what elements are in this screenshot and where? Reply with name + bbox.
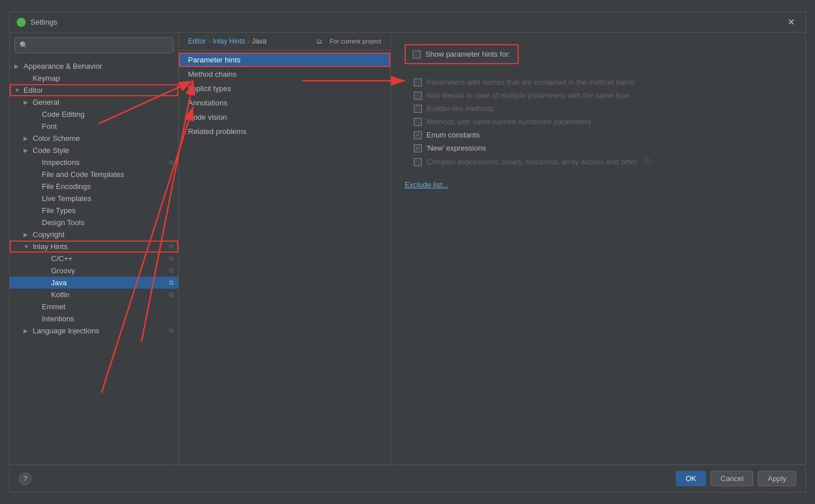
arrow-icon: ▼ xyxy=(14,87,22,93)
option-enum-constants: Enum constants xyxy=(405,128,792,141)
sidebar-item-live-templates[interactable]: Live Templates xyxy=(10,192,178,204)
arrow-icon: ▶ xyxy=(23,135,32,141)
right-panel: Show parameter hints for: Parameters wit… xyxy=(391,33,805,464)
sidebar-item-label: Color Scheme xyxy=(33,134,174,143)
sidebar-item-color-scheme[interactable]: ▶ Color Scheme xyxy=(10,132,178,144)
option-checkbox[interactable] xyxy=(414,131,422,139)
sidebar-item-label: Inlay Hints xyxy=(33,242,167,251)
copy-icon[interactable]: ⧉ xyxy=(169,291,174,298)
option-checkbox[interactable] xyxy=(414,78,422,86)
breadcrumb-editor[interactable]: Editor xyxy=(188,37,206,45)
search-input[interactable] xyxy=(32,41,169,49)
bottom-bar: ? OK Cancel Apply xyxy=(10,464,805,492)
sidebar-item-language-injections[interactable]: ▶ Language Injections ⧉ xyxy=(10,325,178,337)
copy-icon[interactable]: ⧉ xyxy=(169,255,174,262)
option-label: Methods with same-named numbered paramet… xyxy=(426,117,591,126)
sidebar-item-cpp[interactable]: C/C++ ⧉ xyxy=(10,253,178,265)
help-button[interactable]: ? xyxy=(19,472,32,485)
sidebar-item-editor[interactable]: ▼ Editor xyxy=(10,84,178,96)
sidebar-item-label: Font xyxy=(42,122,174,131)
option-checkbox[interactable] xyxy=(414,118,422,126)
sidebar-item-file-encodings[interactable]: File Encodings xyxy=(10,180,178,192)
exclude-list-link[interactable]: Exclude list... xyxy=(405,180,449,189)
sidebar-item-intentions[interactable]: Intentions xyxy=(10,313,178,325)
settings-dialog: Settings ✕ 🔍 ▶ Appearance & Behavior Key… xyxy=(9,11,806,493)
arrow-icon: ▼ xyxy=(23,243,32,250)
sidebar-item-file-templates[interactable]: File and Code Templates xyxy=(10,168,178,180)
sidebar-item-inspections[interactable]: Inspections ⧉ xyxy=(10,156,178,168)
breadcrumb: Editor › Inlay Hints › Java 🗂 For curren… xyxy=(179,33,390,50)
apply-button[interactable]: Apply xyxy=(758,471,796,486)
option-non-literals: Non-literals in case of multiple paramet… xyxy=(405,89,792,102)
sidebar-item-label: Keymap xyxy=(33,74,174,82)
sidebar-item-kotlin[interactable]: Kotlin ⧉ xyxy=(10,289,178,301)
hint-item-label: Annotations xyxy=(188,99,228,107)
option-builder-methods: Builder-like methods xyxy=(405,102,792,115)
sidebar-item-label: C/C++ xyxy=(51,254,73,263)
sidebar-item-code-editing[interactable]: Code Editing xyxy=(10,108,178,120)
show-hints-container: Show parameter hints for: xyxy=(405,44,519,64)
option-checkbox[interactable] xyxy=(414,158,422,166)
option-label: Parameters with names that are contained… xyxy=(426,78,634,86)
close-button[interactable]: ✕ xyxy=(784,15,798,29)
sidebar-item-label: Design Tools xyxy=(42,218,174,227)
app-icon xyxy=(17,18,26,27)
hint-item-code-vision[interactable]: Code vision xyxy=(179,110,390,124)
sidebar-item-emmet[interactable]: Emmet xyxy=(10,301,178,313)
sidebar-item-label: File Types xyxy=(42,206,174,215)
copy-icon[interactable]: ⧉ xyxy=(169,327,174,334)
sidebar-item-font[interactable]: Font xyxy=(10,120,178,132)
sidebar-item-label: File and Code Templates xyxy=(42,170,174,179)
option-same-named: Methods with same-named numbered paramet… xyxy=(405,115,792,128)
sidebar: 🔍 ▶ Appearance & Behavior Keymap ▼ Edito… xyxy=(10,33,179,464)
copy-icon[interactable]: ⧉ xyxy=(169,243,174,250)
sidebar-item-label: Intentions xyxy=(42,314,174,323)
option-checkbox[interactable] xyxy=(414,105,422,113)
middle-panel: Editor › Inlay Hints › Java 🗂 For curren… xyxy=(179,33,391,464)
option-names-in-method: Parameters with names that are contained… xyxy=(405,76,792,89)
hint-item-label: Implicit types xyxy=(188,84,231,93)
sidebar-item-appearance[interactable]: ▶ Appearance & Behavior xyxy=(10,60,178,72)
hint-list: Parameter hints Method chains Implicit t… xyxy=(179,50,390,464)
sidebar-item-keymap[interactable]: Keymap xyxy=(10,72,178,84)
options-list: Parameters with names that are contained… xyxy=(405,76,792,169)
arrow-icon: ▶ xyxy=(23,147,32,153)
sidebar-item-inlay-hints[interactable]: ▼ Inlay Hints ⧉ xyxy=(10,241,178,253)
arrow-icon: ▶ xyxy=(14,63,22,69)
hint-item-implicit-types[interactable]: Implicit types xyxy=(179,81,390,96)
cancel-button[interactable]: Cancel xyxy=(711,471,753,486)
option-checkbox[interactable] xyxy=(414,92,422,100)
sidebar-item-general[interactable]: ▶ General xyxy=(10,96,178,108)
sidebar-item-design-tools[interactable]: Design Tools xyxy=(10,216,178,229)
search-box[interactable]: 🔍 xyxy=(14,37,174,53)
sidebar-item-label: Appearance & Behavior xyxy=(23,62,174,70)
option-checkbox[interactable] xyxy=(414,144,422,152)
hint-item-related-problems[interactable]: Related problems xyxy=(179,124,390,139)
option-label: Complex expressions: binary, functional,… xyxy=(426,158,637,166)
sidebar-item-label: Code Editing xyxy=(42,110,174,119)
copy-icon[interactable]: ⧉ xyxy=(169,267,174,274)
copy-icon[interactable]: ⧉ xyxy=(169,279,174,286)
sidebar-item-label: Inspections xyxy=(42,158,80,167)
search-icon: 🔍 xyxy=(19,41,28,49)
hint-item-method-chains[interactable]: Method chains xyxy=(179,67,390,81)
sidebar-item-code-style[interactable]: ▶ Code Style xyxy=(10,144,178,156)
for-current-project-link[interactable]: For current project xyxy=(330,38,381,45)
sidebar-item-java[interactable]: Java ⧉ xyxy=(10,277,178,289)
sidebar-item-label: Code Style xyxy=(33,146,174,155)
sidebar-item-groovy[interactable]: Groovy ⧉ xyxy=(10,265,178,277)
arrow-icon: ▶ xyxy=(23,328,32,334)
hint-item-parameter-hints[interactable]: Parameter hints xyxy=(179,53,390,67)
titlebar: Settings ✕ xyxy=(10,12,805,33)
hint-item-annotations[interactable]: Annotations xyxy=(179,96,390,110)
sidebar-item-label: General xyxy=(33,98,174,107)
breadcrumb-inlay-hints[interactable]: Inlay Hints xyxy=(213,37,245,45)
show-hints-checkbox[interactable] xyxy=(413,50,421,58)
help-icon[interactable]: ⓘ xyxy=(644,157,651,167)
sidebar-item-label: Groovy xyxy=(51,266,75,275)
copy-icon[interactable]: ⧉ xyxy=(169,159,174,166)
sidebar-item-copyright[interactable]: ▶ Copyright xyxy=(10,229,178,241)
ok-button[interactable]: OK xyxy=(676,471,706,486)
sidebar-item-file-types[interactable]: File Types xyxy=(10,204,178,216)
sidebar-item-label: Editor xyxy=(23,86,174,94)
